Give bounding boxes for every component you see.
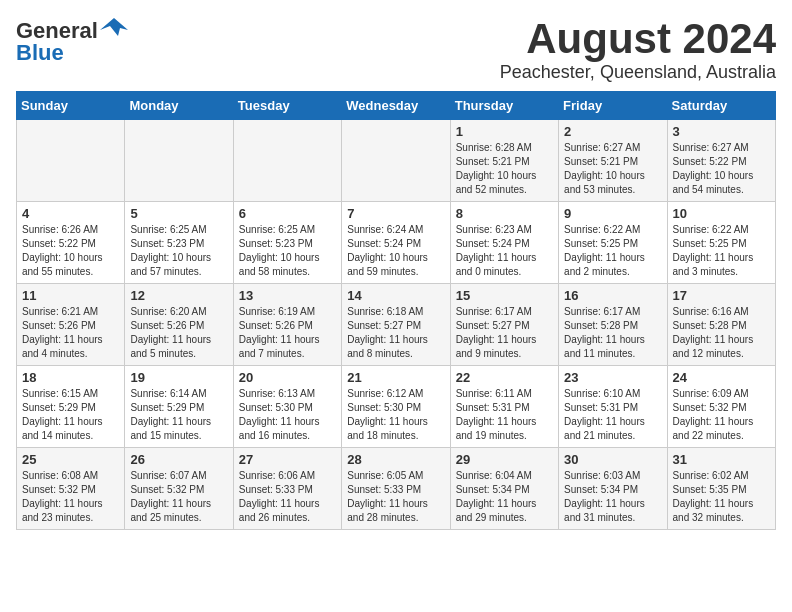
day-number: 5: [130, 206, 227, 221]
day-info: Sunrise: 6:02 AMSunset: 5:35 PMDaylight:…: [673, 469, 770, 525]
calendar-cell: 17Sunrise: 6:16 AMSunset: 5:28 PMDayligh…: [667, 284, 775, 366]
day-number: 23: [564, 370, 661, 385]
calendar-cell: 24Sunrise: 6:09 AMSunset: 5:32 PMDayligh…: [667, 366, 775, 448]
day-info: Sunrise: 6:06 AMSunset: 5:33 PMDaylight:…: [239, 469, 336, 525]
calendar-cell: 11Sunrise: 6:21 AMSunset: 5:26 PMDayligh…: [17, 284, 125, 366]
day-number: 2: [564, 124, 661, 139]
day-info: Sunrise: 6:22 AMSunset: 5:25 PMDaylight:…: [673, 223, 770, 279]
day-number: 30: [564, 452, 661, 467]
day-number: 14: [347, 288, 444, 303]
day-info: Sunrise: 6:13 AMSunset: 5:30 PMDaylight:…: [239, 387, 336, 443]
calendar-week-3: 11Sunrise: 6:21 AMSunset: 5:26 PMDayligh…: [17, 284, 776, 366]
day-info: Sunrise: 6:08 AMSunset: 5:32 PMDaylight:…: [22, 469, 119, 525]
calendar-cell: 9Sunrise: 6:22 AMSunset: 5:25 PMDaylight…: [559, 202, 667, 284]
logo: General Blue: [16, 16, 128, 66]
day-number: 20: [239, 370, 336, 385]
day-info: Sunrise: 6:15 AMSunset: 5:29 PMDaylight:…: [22, 387, 119, 443]
calendar-cell: 26Sunrise: 6:07 AMSunset: 5:32 PMDayligh…: [125, 448, 233, 530]
page-header: General Blue August 2024 Peachester, Que…: [16, 16, 776, 83]
day-info: Sunrise: 6:17 AMSunset: 5:27 PMDaylight:…: [456, 305, 553, 361]
calendar-week-5: 25Sunrise: 6:08 AMSunset: 5:32 PMDayligh…: [17, 448, 776, 530]
day-info: Sunrise: 6:07 AMSunset: 5:32 PMDaylight:…: [130, 469, 227, 525]
calendar-cell: 20Sunrise: 6:13 AMSunset: 5:30 PMDayligh…: [233, 366, 341, 448]
day-info: Sunrise: 6:14 AMSunset: 5:29 PMDaylight:…: [130, 387, 227, 443]
calendar-cell: 3Sunrise: 6:27 AMSunset: 5:22 PMDaylight…: [667, 120, 775, 202]
logo-bird-icon: [100, 16, 128, 38]
day-info: Sunrise: 6:11 AMSunset: 5:31 PMDaylight:…: [456, 387, 553, 443]
day-info: Sunrise: 6:22 AMSunset: 5:25 PMDaylight:…: [564, 223, 661, 279]
calendar-cell: 7Sunrise: 6:24 AMSunset: 5:24 PMDaylight…: [342, 202, 450, 284]
calendar-cell: 4Sunrise: 6:26 AMSunset: 5:22 PMDaylight…: [17, 202, 125, 284]
subtitle: Peachester, Queensland, Australia: [500, 62, 776, 83]
day-number: 16: [564, 288, 661, 303]
calendar-cell: 22Sunrise: 6:11 AMSunset: 5:31 PMDayligh…: [450, 366, 558, 448]
day-info: Sunrise: 6:21 AMSunset: 5:26 PMDaylight:…: [22, 305, 119, 361]
title-block: August 2024 Peachester, Queensland, Aust…: [500, 16, 776, 83]
calendar-cell: 29Sunrise: 6:04 AMSunset: 5:34 PMDayligh…: [450, 448, 558, 530]
calendar-cell: 23Sunrise: 6:10 AMSunset: 5:31 PMDayligh…: [559, 366, 667, 448]
calendar-cell: 19Sunrise: 6:14 AMSunset: 5:29 PMDayligh…: [125, 366, 233, 448]
calendar-table: SundayMondayTuesdayWednesdayThursdayFrid…: [16, 91, 776, 530]
day-number: 24: [673, 370, 770, 385]
day-number: 12: [130, 288, 227, 303]
day-info: Sunrise: 6:09 AMSunset: 5:32 PMDaylight:…: [673, 387, 770, 443]
calendar-cell: 12Sunrise: 6:20 AMSunset: 5:26 PMDayligh…: [125, 284, 233, 366]
day-info: Sunrise: 6:20 AMSunset: 5:26 PMDaylight:…: [130, 305, 227, 361]
calendar-cell: 27Sunrise: 6:06 AMSunset: 5:33 PMDayligh…: [233, 448, 341, 530]
calendar-cell: 30Sunrise: 6:03 AMSunset: 5:34 PMDayligh…: [559, 448, 667, 530]
day-number: 28: [347, 452, 444, 467]
calendar-cell: 2Sunrise: 6:27 AMSunset: 5:21 PMDaylight…: [559, 120, 667, 202]
day-number: 7: [347, 206, 444, 221]
day-info: Sunrise: 6:27 AMSunset: 5:21 PMDaylight:…: [564, 141, 661, 197]
day-number: 29: [456, 452, 553, 467]
calendar-cell: [233, 120, 341, 202]
day-info: Sunrise: 6:24 AMSunset: 5:24 PMDaylight:…: [347, 223, 444, 279]
day-number: 21: [347, 370, 444, 385]
day-number: 26: [130, 452, 227, 467]
day-number: 25: [22, 452, 119, 467]
day-number: 6: [239, 206, 336, 221]
day-number: 19: [130, 370, 227, 385]
calendar-cell: 10Sunrise: 6:22 AMSunset: 5:25 PMDayligh…: [667, 202, 775, 284]
day-info: Sunrise: 6:04 AMSunset: 5:34 PMDaylight:…: [456, 469, 553, 525]
svg-marker-0: [100, 18, 128, 36]
day-info: Sunrise: 6:16 AMSunset: 5:28 PMDaylight:…: [673, 305, 770, 361]
calendar-cell: 14Sunrise: 6:18 AMSunset: 5:27 PMDayligh…: [342, 284, 450, 366]
calendar-week-4: 18Sunrise: 6:15 AMSunset: 5:29 PMDayligh…: [17, 366, 776, 448]
day-header-monday: Monday: [125, 92, 233, 120]
day-number: 11: [22, 288, 119, 303]
day-info: Sunrise: 6:27 AMSunset: 5:22 PMDaylight:…: [673, 141, 770, 197]
day-info: Sunrise: 6:03 AMSunset: 5:34 PMDaylight:…: [564, 469, 661, 525]
calendar-header-row: SundayMondayTuesdayWednesdayThursdayFrid…: [17, 92, 776, 120]
day-header-saturday: Saturday: [667, 92, 775, 120]
day-header-sunday: Sunday: [17, 92, 125, 120]
calendar-cell: 25Sunrise: 6:08 AMSunset: 5:32 PMDayligh…: [17, 448, 125, 530]
calendar-cell: 31Sunrise: 6:02 AMSunset: 5:35 PMDayligh…: [667, 448, 775, 530]
calendar-cell: 5Sunrise: 6:25 AMSunset: 5:23 PMDaylight…: [125, 202, 233, 284]
calendar-cell: 16Sunrise: 6:17 AMSunset: 5:28 PMDayligh…: [559, 284, 667, 366]
day-number: 27: [239, 452, 336, 467]
day-info: Sunrise: 6:19 AMSunset: 5:26 PMDaylight:…: [239, 305, 336, 361]
day-info: Sunrise: 6:25 AMSunset: 5:23 PMDaylight:…: [130, 223, 227, 279]
day-number: 3: [673, 124, 770, 139]
calendar-cell: 1Sunrise: 6:28 AMSunset: 5:21 PMDaylight…: [450, 120, 558, 202]
calendar-week-1: 1Sunrise: 6:28 AMSunset: 5:21 PMDaylight…: [17, 120, 776, 202]
calendar-cell: 15Sunrise: 6:17 AMSunset: 5:27 PMDayligh…: [450, 284, 558, 366]
day-number: 15: [456, 288, 553, 303]
day-header-tuesday: Tuesday: [233, 92, 341, 120]
day-number: 9: [564, 206, 661, 221]
day-number: 8: [456, 206, 553, 221]
calendar-cell: 18Sunrise: 6:15 AMSunset: 5:29 PMDayligh…: [17, 366, 125, 448]
day-info: Sunrise: 6:25 AMSunset: 5:23 PMDaylight:…: [239, 223, 336, 279]
day-header-thursday: Thursday: [450, 92, 558, 120]
day-info: Sunrise: 6:18 AMSunset: 5:27 PMDaylight:…: [347, 305, 444, 361]
day-info: Sunrise: 6:26 AMSunset: 5:22 PMDaylight:…: [22, 223, 119, 279]
day-info: Sunrise: 6:17 AMSunset: 5:28 PMDaylight:…: [564, 305, 661, 361]
day-number: 31: [673, 452, 770, 467]
calendar-cell: 21Sunrise: 6:12 AMSunset: 5:30 PMDayligh…: [342, 366, 450, 448]
calendar-cell: 13Sunrise: 6:19 AMSunset: 5:26 PMDayligh…: [233, 284, 341, 366]
day-number: 17: [673, 288, 770, 303]
calendar-cell: [17, 120, 125, 202]
day-info: Sunrise: 6:05 AMSunset: 5:33 PMDaylight:…: [347, 469, 444, 525]
day-number: 13: [239, 288, 336, 303]
